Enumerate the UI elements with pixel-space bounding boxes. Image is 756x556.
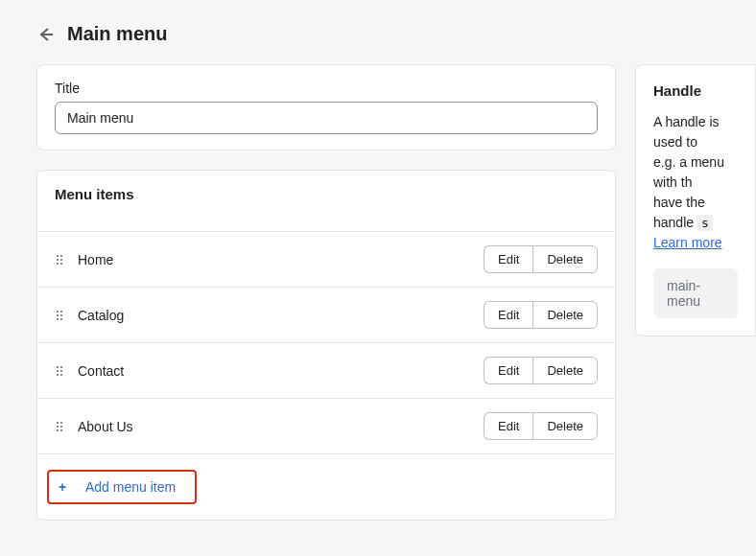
svg-point-18	[57, 422, 59, 424]
delete-button[interactable]: Delete	[532, 301, 598, 329]
add-menu-item-row: + Add menu item	[37, 453, 615, 520]
edit-button[interactable]: Edit	[484, 301, 532, 329]
svg-point-17	[60, 374, 62, 376]
page-title: Main menu	[67, 23, 167, 45]
menu-item-label: Contact	[78, 363, 470, 379]
svg-point-5	[60, 263, 62, 265]
svg-point-13	[60, 366, 62, 368]
drag-handle-icon[interactable]	[55, 310, 64, 321]
menu-item-label: Catalog	[78, 308, 470, 323]
svg-point-23	[60, 429, 62, 431]
edit-button[interactable]: Edit	[484, 412, 532, 440]
handle-card: Handle A handle is used to e.g. a menu w…	[635, 64, 756, 336]
handle-value: main-menu	[653, 268, 738, 318]
svg-point-12	[57, 366, 59, 368]
handle-description: A handle is used to e.g. a menu with th …	[653, 112, 738, 233]
menu-item-row: About Us Edit Delete	[37, 398, 615, 453]
handle-title: Handle	[653, 82, 738, 99]
menu-item-label: Home	[78, 252, 470, 267]
menu-item-row: Contact Edit Delete	[37, 342, 615, 398]
menu-items-heading: Menu items	[37, 171, 615, 231]
plus-icon: +	[57, 479, 68, 495]
svg-point-10	[57, 318, 59, 320]
svg-point-15	[60, 370, 62, 372]
svg-point-7	[60, 311, 62, 313]
svg-point-21	[60, 426, 62, 428]
menu-items-card: Menu items Home Edit Delete Catalog Edit…	[36, 170, 616, 521]
drag-handle-icon[interactable]	[55, 421, 64, 432]
svg-point-2	[57, 259, 59, 261]
menu-item-row: Catalog Edit Delete	[37, 287, 615, 342]
menu-item-label: About Us	[78, 419, 470, 434]
delete-button[interactable]: Delete	[532, 245, 598, 273]
svg-point-6	[57, 311, 59, 313]
svg-point-4	[57, 263, 59, 265]
back-arrow-icon[interactable]	[36, 25, 56, 44]
page-header: Main menu	[0, 23, 756, 64]
title-card: Title	[36, 64, 616, 151]
svg-point-14	[57, 370, 59, 372]
drag-handle-icon[interactable]	[55, 254, 64, 266]
edit-button[interactable]: Edit	[484, 357, 532, 384]
drag-handle-icon[interactable]	[55, 365, 64, 377]
svg-point-11	[60, 318, 62, 320]
svg-point-1	[60, 255, 62, 257]
title-input[interactable]	[55, 102, 598, 134]
svg-point-20	[57, 426, 59, 428]
svg-point-8	[57, 314, 59, 316]
svg-point-19	[60, 422, 62, 424]
delete-button[interactable]: Delete	[532, 412, 598, 440]
add-menu-item-button[interactable]: + Add menu item	[47, 470, 197, 504]
title-field-label: Title	[55, 81, 598, 96]
svg-point-22	[57, 429, 59, 431]
svg-point-0	[57, 255, 59, 257]
menu-item-row: Home Edit Delete	[37, 231, 615, 287]
delete-button[interactable]: Delete	[532, 357, 598, 384]
learn-more-link[interactable]: Learn more	[653, 235, 722, 250]
edit-button[interactable]: Edit	[484, 245, 532, 273]
svg-point-16	[57, 374, 59, 376]
add-menu-item-label: Add menu item	[85, 479, 176, 495]
svg-point-9	[60, 314, 62, 316]
svg-point-3	[60, 259, 62, 261]
